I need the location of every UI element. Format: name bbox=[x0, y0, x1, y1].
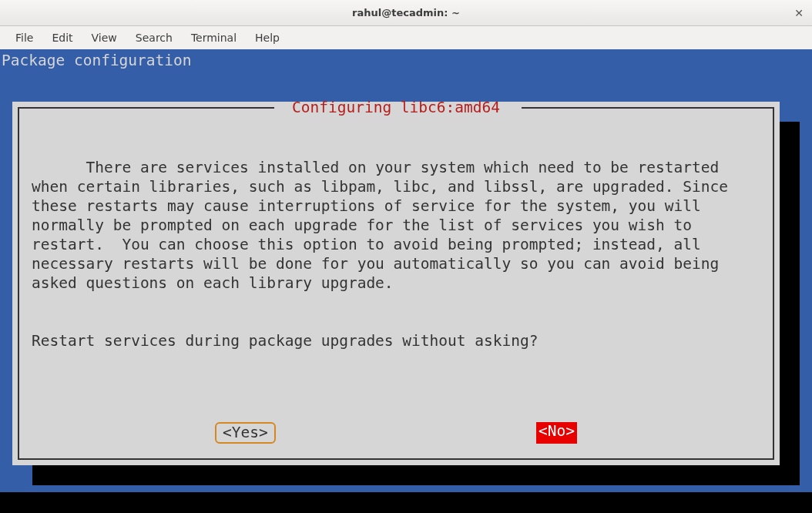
close-icon[interactable]: ✕ bbox=[792, 6, 806, 20]
menu-file[interactable]: File bbox=[6, 28, 42, 47]
window-title: rahul@tecadmin: ~ bbox=[352, 7, 460, 18]
dialog-title: Configuring libc6:amd64 bbox=[12, 99, 780, 116]
menu-view[interactable]: View bbox=[82, 28, 126, 47]
dialog-question: Restart services during package upgrades… bbox=[32, 331, 760, 350]
debconf-dialog: Configuring libc6:amd64 There are servic… bbox=[12, 102, 780, 465]
package-config-header: Package configuration bbox=[0, 49, 812, 70]
yes-button[interactable]: <Yes> bbox=[215, 422, 276, 444]
menu-terminal[interactable]: Terminal bbox=[182, 28, 246, 47]
window-titlebar: rahul@tecadmin: ~ ✕ bbox=[0, 0, 812, 26]
dialog-buttons: <Yes> <No> bbox=[12, 422, 780, 444]
terminal-bottom-bar bbox=[0, 492, 812, 513]
dialog-body-text: There are services installed on your sys… bbox=[32, 159, 737, 292]
menubar: File Edit View Search Terminal Help bbox=[0, 26, 812, 49]
no-button[interactable]: <No> bbox=[536, 422, 577, 444]
dialog-body: There are services installed on your sys… bbox=[32, 139, 760, 389]
terminal-area[interactable]: Package configuration Configuring libc6:… bbox=[0, 49, 812, 513]
menu-search[interactable]: Search bbox=[126, 28, 182, 47]
menu-edit[interactable]: Edit bbox=[42, 28, 82, 47]
menu-help[interactable]: Help bbox=[246, 28, 289, 47]
